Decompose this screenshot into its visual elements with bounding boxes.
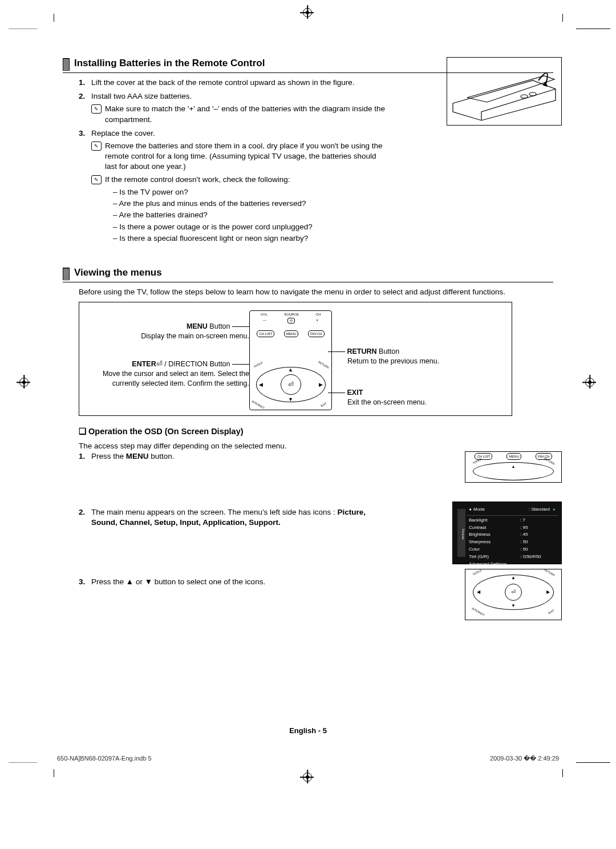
step-1: 1. Lift the cover at the back of the rem… xyxy=(79,78,387,88)
step-text: Replace the cover. xyxy=(91,129,155,138)
crop-mark xyxy=(576,29,610,29)
enter-knob-icon: ⏎ xyxy=(505,584,522,601)
registration-mark-bottom xyxy=(303,773,312,782)
menu-button-icon: MENU xyxy=(506,453,521,460)
callout-line xyxy=(232,364,249,365)
arrow-left-icon: ◀ xyxy=(477,589,480,596)
ring-label: TOOLS xyxy=(253,361,263,369)
return-label: Button xyxy=(377,347,400,355)
arrow-up-icon: ▲ xyxy=(511,575,516,581)
note-item: ✎ Remove the batteries and store them in… xyxy=(91,141,387,172)
registration-mark-top xyxy=(303,8,312,17)
menu-label-bold: MENU xyxy=(187,322,208,330)
check-item: Are the batteries drained? xyxy=(113,210,387,220)
osd-step-2: 2. The main menu appears on the screen. … xyxy=(79,507,387,528)
svg-point-1 xyxy=(529,92,536,96)
footer-timestamp: 2009-03-30 �� 2:49:29 xyxy=(490,754,559,763)
osd-header-left: Mode xyxy=(473,507,485,513)
figure-menu-button: CH LIST MENU FAV.CH TOOLS RETURN ▲ xyxy=(465,451,562,483)
crop-mark xyxy=(576,762,610,763)
osd-steps-list: 1. Press the MENU button. 2. The main me… xyxy=(63,451,387,587)
note-item: ✎ Make sure to match the '+' and '–' end… xyxy=(91,104,387,124)
menu-desc: Display the main on-screen menu. xyxy=(141,332,249,340)
step-text: Install two AAA size batteries. xyxy=(91,92,192,100)
step-text: Press the ▲ or ▼ button to select one of… xyxy=(91,577,265,586)
osd-step-3: 3. Press the ▲ or ▼ button to select one… xyxy=(79,577,387,587)
minus-icon: — xyxy=(263,318,266,324)
chevron-down-icon: ∨ xyxy=(316,318,318,324)
chlist-button-icon: CH LIST xyxy=(257,330,274,337)
arrow-down-icon: ▼ xyxy=(511,603,516,609)
enter-label: / DIRECTION Button xyxy=(163,360,230,368)
note-icon: ✎ xyxy=(91,104,102,114)
troubleshoot-list: Is the TV power on? Are the plus and min… xyxy=(105,187,387,244)
footer-file-info: 650-NA]BN68-02097A-Eng.indb 5 xyxy=(57,754,152,763)
note-icon: ✎ xyxy=(91,142,102,151)
check-item: Is there a power outage or is the power … xyxy=(113,222,387,232)
section-viewing-menus: Viewing the menus Before using the TV, f… xyxy=(63,266,553,622)
section-title: Viewing the menus xyxy=(70,266,162,282)
ring-label: RETURN xyxy=(317,361,329,370)
step-text: Lift the cover at the back of the remote… xyxy=(91,78,355,87)
enter-knob-icon: ⏎ xyxy=(281,374,301,395)
menu-button-icon: MENU xyxy=(284,330,299,337)
ring-label: INTERNET xyxy=(471,607,485,617)
note-text: Remove the batteries and store them in a… xyxy=(105,142,383,171)
check-item: Is there a special fluorescent light or … xyxy=(113,233,387,244)
remote-center-graphic: VOL SOURCE CH — ⟲ ∨ CH LIST MENU FAV.CH … xyxy=(249,310,332,410)
page-number: English - 5 xyxy=(289,726,327,736)
remote-diagram: MENU Button Display the main on-screen m… xyxy=(79,302,512,416)
section-title: Installing Batteries in the Remote Contr… xyxy=(70,57,265,72)
ring-label: INTERNET xyxy=(250,399,265,410)
note-text: Make sure to match the '+' and '–' ends … xyxy=(105,104,385,123)
ring-label: RETURN xyxy=(544,568,556,577)
osd-sidebar-label: Picture xyxy=(457,509,465,557)
crop-mark xyxy=(562,14,563,22)
step-text: Press the MENU button. xyxy=(91,452,175,460)
return-desc: Return to the previous menu. xyxy=(328,357,439,366)
arrow-left-icon: ◀ xyxy=(259,381,263,388)
enter-sym: ⏎ xyxy=(156,360,163,368)
svg-point-0 xyxy=(521,95,528,98)
arrow-down-icon: ▼ xyxy=(288,396,293,403)
direction-ring-icon: ⏎ ▲ ▼ ◀ ▶ TOOLS RETURN INTERNET EXIT xyxy=(256,367,326,402)
btn-label: CH xyxy=(316,312,321,317)
osd-step-1: 1. Press the MENU button. xyxy=(79,451,387,462)
crop-mark xyxy=(9,762,37,763)
ring-label: EXIT xyxy=(320,401,327,407)
osd-intro: The access step may differ depending on … xyxy=(63,441,553,451)
section-installing-batteries: Installing Batteries in the Remote Contr… xyxy=(63,57,553,244)
check-item: Are the plus and minus ends of the batte… xyxy=(113,199,387,209)
arrow-right-icon: ▶ xyxy=(546,589,550,596)
return-label-bold: RETURN xyxy=(347,347,376,355)
arrow-up-icon: ▲ xyxy=(288,366,293,373)
heading-ornament-icon xyxy=(63,268,70,280)
enter-label-bold: ENTER xyxy=(132,360,156,368)
note-item: ✎ If the remote control doesn't work, ch… xyxy=(91,175,387,244)
heading-ornament-icon xyxy=(63,58,70,71)
crop-mark xyxy=(54,14,54,22)
battery-steps-list: 1. Lift the cover at the back of the rem… xyxy=(63,78,387,244)
figure-direction-ring: ⏎ ▲ ▼ ◀ ▶ TOOLS RETURN INTERNET EXIT xyxy=(465,569,562,620)
favch-button-icon: FAV.CH xyxy=(308,330,325,337)
crop-mark xyxy=(562,769,563,777)
step-2: 2. Install two AAA size batteries. ✎ Mak… xyxy=(79,91,387,125)
callout-line xyxy=(232,326,249,327)
arrow-right-icon: ▶ xyxy=(319,381,323,388)
arrow-up-icon: ▲ xyxy=(512,464,516,469)
crop-mark xyxy=(54,769,54,777)
osd-header-right: : Standard xyxy=(485,507,550,513)
check-item: Is the TV power on? xyxy=(113,187,387,197)
crop-mark xyxy=(9,29,37,29)
figure-battery-cover xyxy=(447,57,562,126)
section-heading: Viewing the menus xyxy=(63,266,553,282)
step-text: The main menu appears on the screen. The… xyxy=(91,508,366,527)
registration-mark-right xyxy=(585,378,594,387)
ring-label: TOOLS xyxy=(472,568,482,576)
note-text: If the remote control doesn't work, chec… xyxy=(105,175,290,184)
exit-desc: Exit the on-screen menu. xyxy=(328,398,427,407)
source-icon: ⟲ xyxy=(287,318,295,324)
figure-osd-menu: Picture ◂ Mode : Standard ▸ Backlight: 7… xyxy=(452,502,562,564)
enter-desc: Move the cursor and select an item. Sele… xyxy=(103,370,249,387)
osd-subheading: Operation the OSD (On Screen Display) xyxy=(79,426,553,438)
